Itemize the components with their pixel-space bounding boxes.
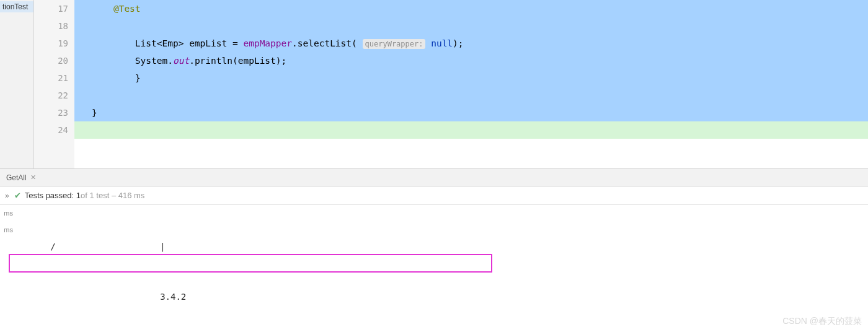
run-tool-window: GetAll ✕ » ✔ Tests passed: 1 of 1 test –… xyxy=(0,168,868,332)
gutter-line-number[interactable]: 17 xyxy=(34,0,68,17)
check-icon: ✔ xyxy=(14,191,21,200)
code-text: ); xyxy=(453,38,463,48)
gutter-line-number[interactable]: 24 xyxy=(34,121,68,139)
chevron-right-icon[interactable]: » xyxy=(5,191,9,200)
tests-total-text: of 1 test – 416 ms xyxy=(81,191,144,200)
annotation-token: @Test xyxy=(113,4,141,14)
code-line[interactable] xyxy=(74,87,868,104)
console-output[interactable]: / | 3.4.2 2023-10-20 09:58:15.729 INFO 2… xyxy=(15,205,868,332)
gutter-line-number[interactable]: 21 xyxy=(34,69,68,87)
code-line[interactable]: System.out.println(empList); xyxy=(74,52,868,69)
close-icon[interactable]: ✕ xyxy=(30,173,36,181)
gutter-line-number[interactable]: 18 xyxy=(34,17,68,35)
tests-passed-text: Tests passed: 1 xyxy=(25,191,81,200)
gutter-line-number[interactable]: 19 xyxy=(34,35,68,52)
code-text: } xyxy=(92,108,97,118)
timing-cell: ms xyxy=(0,222,13,238)
run-tabs[interactable]: GetAll ✕ xyxy=(0,169,868,186)
code-text: } xyxy=(135,73,141,83)
code-text: .selectList( xyxy=(292,38,357,48)
code-line[interactable]: } xyxy=(74,104,868,121)
code-line[interactable]: @Test xyxy=(74,0,868,17)
keyword-token: null xyxy=(425,38,453,48)
line-gutter[interactable]: 17 18 19 20 21 22 23 24 xyxy=(34,0,74,168)
code-line[interactable] xyxy=(74,121,868,139)
project-sidebar[interactable]: tionTest xyxy=(0,0,34,168)
gutter-line-number[interactable]: 20 xyxy=(34,52,68,69)
code-text: .println(empList); xyxy=(189,56,286,66)
field-token: empMapper xyxy=(243,38,292,48)
code-text: List<Emp> empList = xyxy=(135,38,244,48)
intention-bulb-icon[interactable] xyxy=(78,21,87,30)
console-line: 3.4.2 xyxy=(24,289,868,305)
test-status-bar: » ✔ Tests passed: 1 of 1 test – 416 ms xyxy=(0,186,868,205)
code-line[interactable]: } xyxy=(74,69,868,87)
code-editor[interactable]: 17 18 19 20 21 22 23 24 @Test void testG… xyxy=(34,0,868,168)
console-line: / | xyxy=(24,238,868,255)
code-text: System. xyxy=(135,56,173,66)
code-line[interactable]: List<Emp> empList = empMapper.selectList… xyxy=(74,35,868,52)
param-hint: queryWrapper: xyxy=(363,39,426,49)
timing-column: ms ms xyxy=(0,205,15,332)
tab-getall[interactable]: GetAll ✕ xyxy=(0,171,42,185)
sidebar-item[interactable]: tionTest xyxy=(0,1,33,12)
watermark: CSDN @春天的菠菜 xyxy=(782,316,862,327)
gutter-line-number[interactable]: 23 xyxy=(34,104,68,121)
annotation-highlight-box xyxy=(9,254,492,273)
timing-cell: ms xyxy=(0,205,13,222)
code-content[interactable]: @Test void testGetAll() { List<Emp> empL… xyxy=(74,0,868,168)
gutter-line-number[interactable]: 22 xyxy=(34,87,68,104)
editor-panel: tionTest 17 18 19 20 21 22 23 24 @Test v… xyxy=(0,0,868,168)
tab-label: GetAll xyxy=(6,173,27,182)
console[interactable]: ms ms / | 3.4.2 2023-10-20 09:58:15.729 … xyxy=(0,205,868,332)
code-line[interactable]: void testGetAll() { xyxy=(74,17,868,35)
field-token: out xyxy=(173,56,189,66)
